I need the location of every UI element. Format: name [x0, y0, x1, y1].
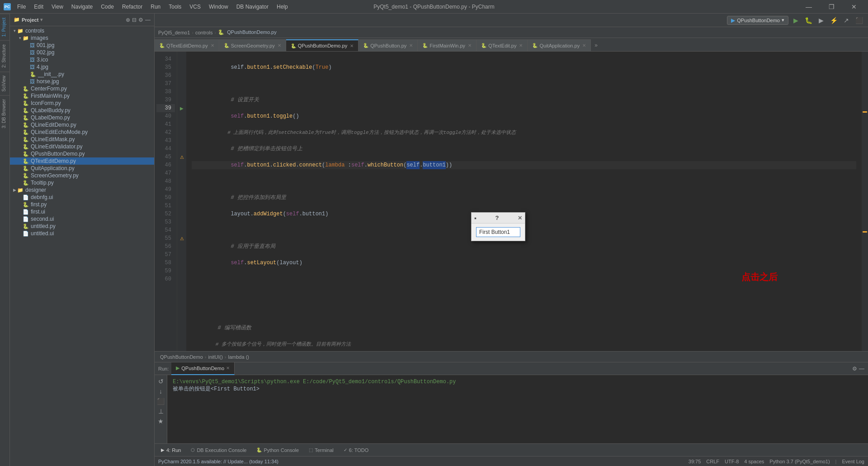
dropdown-chevron-icon[interactable]: ▾ [40, 17, 42, 22]
debug-button[interactable]: 🐛 [803, 15, 814, 26]
menu-run[interactable]: Run [147, 3, 164, 11]
locate-icon[interactable]: ⊕ [126, 17, 130, 23]
bottom-tab-python-console[interactable]: 🐍 Python Console [252, 445, 303, 456]
update-status[interactable]: PyCharm 2020.1.5 available: // Update...… [158, 459, 278, 464]
menu-navigate[interactable]: Navigate [68, 3, 96, 11]
tree-item-horsejpg[interactable]: 🖼 horse.jpg [10, 78, 154, 85]
tree-item-001jpg[interactable]: 🖼 001.jpg [10, 42, 154, 49]
tree-item-002jpg[interactable]: 🖼 002.jpg [10, 49, 154, 56]
tree-item-qlineeditecthomode[interactable]: 🐍 QLineEditEchoMode.py [10, 128, 154, 136]
left-tab-sciview[interactable]: SciView [0, 71, 9, 95]
tree-item-qpushbuttondemo[interactable]: 🐍 QPushButtonDemo.py [10, 150, 154, 157]
hide-panel-icon[interactable]: — [145, 17, 151, 23]
settings-gear-icon[interactable]: ⚙ [138, 17, 143, 23]
run-settings-icon[interactable]: ⚙ [852, 366, 857, 372]
left-tab-dbbrowser[interactable]: 3: DB Browser [0, 95, 9, 132]
cursor-position[interactable]: 39:75 [689, 459, 701, 464]
profile-button[interactable]: ⚡ [828, 15, 839, 26]
tree-item-qtexteditdemo[interactable]: 🐍 QTextEditDemo.py [10, 157, 154, 165]
tree-item-iconform[interactable]: 🐍 IconForm.py [10, 100, 154, 107]
run-restart-icon[interactable]: ↺ [158, 378, 164, 385]
code-editor[interactable]: 34 35 36 37 38 39 39 40 41 42 43 44 45 4… [155, 52, 868, 351]
minimize-button[interactable]: — [798, 0, 819, 14]
tab-qpushbutton[interactable]: 🐍 QPushButton.py ✕ [359, 39, 418, 51]
run-tab-qpushbuttondemo[interactable]: ▶ QPushButtonDemo ✕ [171, 362, 235, 375]
tree-item-qlabeldemo[interactable]: 🐍 QLabelDemo.py [10, 114, 154, 121]
tab-close-icon[interactable]: ✕ [211, 43, 214, 48]
tree-item-3ico[interactable]: 🖼 3.ico [10, 56, 154, 63]
menu-code[interactable]: Code [97, 3, 118, 11]
indent-setting[interactable]: 4 spaces [744, 459, 764, 464]
bottom-tab-terminal[interactable]: ⬚ Terminal [304, 445, 338, 456]
stop-button[interactable]: ⬛ [854, 15, 864, 26]
tree-item-init[interactable]: 🐍 __init__.py [10, 71, 154, 78]
run-favorites-icon[interactable]: ★ [158, 418, 164, 425]
tree-item-secondui[interactable]: 📄 second.ui [10, 215, 154, 223]
menu-dbnavigator[interactable]: DB Navigator [233, 3, 272, 11]
run-config-select[interactable]: ▶ QPushButtonDemo ▾ [727, 16, 788, 25]
run-tab-close-icon[interactable]: ✕ [226, 366, 230, 371]
left-tab-project[interactable]: 1: Project [0, 14, 9, 40]
code-content[interactable]: self.button1.setCheckable(True) # 设置开关 s… [186, 52, 862, 351]
bottom-tab-db-execution[interactable]: ⬡ DB Execution Console [186, 445, 251, 456]
file-encoding[interactable]: UTF-8 [725, 459, 739, 464]
tree-item-qlabelbuddy[interactable]: 🐍 QLabelBuddy.py [10, 107, 154, 114]
tab-close-icon[interactable]: ✕ [468, 43, 472, 48]
event-log[interactable]: Event Log [842, 459, 864, 464]
tree-item-debnfgui[interactable]: 📄 debnfg.ui [10, 194, 154, 201]
maximize-button[interactable]: ❐ [821, 0, 842, 14]
line-ending[interactable]: CRLF [706, 459, 719, 464]
modal-close-button[interactable]: ✕ [518, 215, 522, 221]
run-stop-icon[interactable]: ⬛ [157, 398, 165, 405]
tab-qpushbuttondemo[interactable]: 🐍 QPushButtonDemo.py ✕ [286, 39, 359, 51]
collapse-icon[interactable]: ⊟ [132, 17, 137, 23]
tab-qtexteditdemo[interactable]: 🐍 QTextEditDemo.py ✕ [155, 39, 219, 51]
run-scroll-down-icon[interactable]: ↓ [159, 388, 162, 395]
tree-item-qlineeditvalidator[interactable]: 🐍 QLineEditValidator.py [10, 143, 154, 150]
run-button[interactable]: ▶ [790, 15, 801, 26]
bottom-tab-run[interactable]: ▶ 4: Run [156, 445, 185, 456]
tree-item-qlineeditmask[interactable]: 🐍 QLineEditMask.py [10, 136, 154, 143]
tab-quitapplication[interactable]: 🐍 QuitApplication.py ✕ [528, 39, 591, 51]
tab-firstmainwin[interactable]: 🐍 FirstMainWin.py ✕ [418, 39, 476, 51]
tab-more-button[interactable]: » [591, 39, 601, 51]
tree-item-centerform[interactable]: 🐍 CenterForm.py [10, 85, 154, 92]
menu-vcs[interactable]: VCS [186, 3, 204, 11]
tab-screengeometry[interactable]: 🐍 ScreenGeometry.py ✕ [219, 39, 286, 51]
python-version[interactable]: Python 3.7 (PyQt5_demo1) [769, 459, 830, 464]
modal-input-field[interactable] [476, 227, 520, 237]
menu-window[interactable]: Window [205, 3, 232, 11]
tab-close-icon[interactable]: ✕ [409, 43, 413, 48]
breadcrumb-project[interactable]: PyQt5_demo1 [158, 30, 190, 35]
menu-view[interactable]: View [48, 3, 67, 11]
breadcrumb-file[interactable]: 🐍 QPushButtonDemo.py [218, 29, 277, 35]
tab-close-icon[interactable]: ✕ [278, 43, 281, 48]
tab-close-icon[interactable]: ✕ [519, 43, 523, 48]
tree-item-tooltip[interactable]: 🐍 Tooltip.py [10, 179, 154, 186]
breadcrumb-controls[interactable]: controls [195, 30, 213, 35]
coverage-button[interactable]: ▶ [816, 15, 826, 26]
tree-item-screengeometry[interactable]: 🐍 ScreenGeometry.py [10, 172, 154, 179]
tree-item-qlineeditdemo[interactable]: 🐍 QLineEditDemo.py [10, 121, 154, 128]
menu-tools[interactable]: Tools [165, 3, 185, 11]
tab-close-icon[interactable]: ✕ [582, 43, 586, 48]
tab-close-icon[interactable]: ✕ [350, 43, 354, 48]
tree-item-untitledui[interactable]: 📄 untitled.ui [10, 230, 154, 237]
menu-file[interactable]: File [14, 3, 29, 11]
tree-item-firstmainwin[interactable]: 🐍 FirstMainWin.py [10, 92, 154, 100]
left-tab-structure[interactable]: 2: Structure [0, 40, 9, 71]
run-scroll-end-icon[interactable]: ⊥ [158, 408, 164, 415]
menu-help[interactable]: Help [273, 3, 292, 11]
menu-refactor[interactable]: Refactor [118, 3, 146, 11]
bottom-tab-todo[interactable]: ✓ 6: TODO [339, 445, 373, 456]
tree-item-images[interactable]: ▾ 📁 images [10, 34, 154, 42]
tree-item-untitledpy[interactable]: 🐍 untitled.py [10, 223, 154, 230]
tree-item-controls[interactable]: ▾ 📁 controls [10, 27, 154, 34]
menu-edit[interactable]: Edit [30, 3, 47, 11]
run-panel-hide-icon[interactable]: — [859, 366, 864, 372]
tab-qtextedit[interactable]: 🐍 QTextEdit.py ✕ [476, 39, 528, 51]
tree-item-designer[interactable]: ▶ 📁 designer [10, 186, 154, 194]
tree-item-firstui[interactable]: 📄 first.ui [10, 208, 154, 215]
close-button[interactable]: ✕ [844, 0, 864, 14]
tree-item-4jpg[interactable]: 🖼 4.jpg [10, 63, 154, 71]
